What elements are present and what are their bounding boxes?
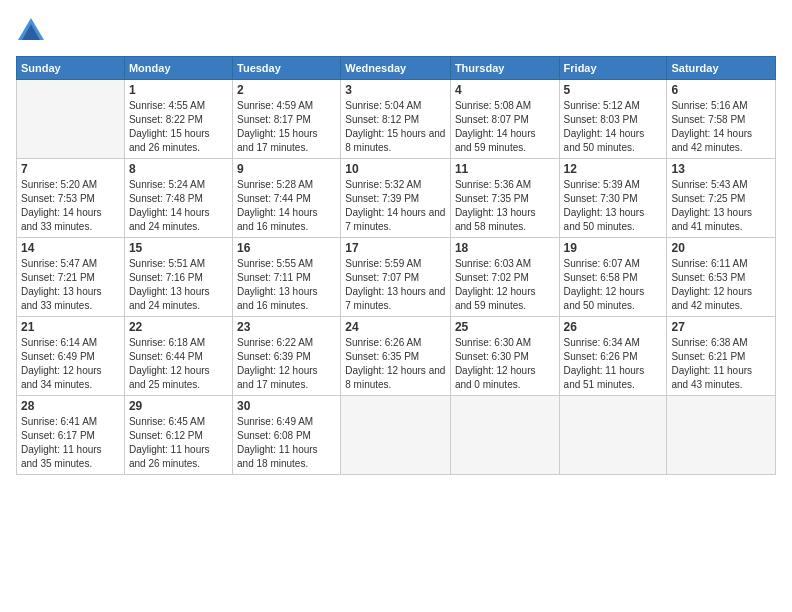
day-cell: 30Sunrise: 6:49 AMSunset: 6:08 PMDayligh…: [233, 396, 341, 475]
day-cell: 7Sunrise: 5:20 AMSunset: 7:53 PMDaylight…: [17, 159, 125, 238]
header: [16, 16, 776, 46]
day-info: Sunrise: 6:45 AMSunset: 6:12 PMDaylight:…: [129, 415, 228, 471]
day-cell: 10Sunrise: 5:32 AMSunset: 7:39 PMDayligh…: [341, 159, 451, 238]
day-cell: 2Sunrise: 4:59 AMSunset: 8:17 PMDaylight…: [233, 80, 341, 159]
day-cell: 19Sunrise: 6:07 AMSunset: 6:58 PMDayligh…: [559, 238, 667, 317]
week-row-1: 1Sunrise: 4:55 AMSunset: 8:22 PMDaylight…: [17, 80, 776, 159]
day-cell: 22Sunrise: 6:18 AMSunset: 6:44 PMDayligh…: [124, 317, 232, 396]
day-cell: 3Sunrise: 5:04 AMSunset: 8:12 PMDaylight…: [341, 80, 451, 159]
day-info: Sunrise: 6:30 AMSunset: 6:30 PMDaylight:…: [455, 336, 555, 392]
header-tuesday: Tuesday: [233, 57, 341, 80]
day-cell: [450, 396, 559, 475]
day-info: Sunrise: 5:12 AMSunset: 8:03 PMDaylight:…: [564, 99, 663, 155]
day-info: Sunrise: 6:14 AMSunset: 6:49 PMDaylight:…: [21, 336, 120, 392]
header-friday: Friday: [559, 57, 667, 80]
day-info: Sunrise: 5:59 AMSunset: 7:07 PMDaylight:…: [345, 257, 446, 313]
day-number: 20: [671, 241, 771, 255]
day-number: 17: [345, 241, 446, 255]
day-number: 28: [21, 399, 120, 413]
day-number: 22: [129, 320, 228, 334]
day-cell: 5Sunrise: 5:12 AMSunset: 8:03 PMDaylight…: [559, 80, 667, 159]
day-number: 8: [129, 162, 228, 176]
page: SundayMondayTuesdayWednesdayThursdayFrid…: [0, 0, 792, 612]
day-info: Sunrise: 6:41 AMSunset: 6:17 PMDaylight:…: [21, 415, 120, 471]
day-cell: 17Sunrise: 5:59 AMSunset: 7:07 PMDayligh…: [341, 238, 451, 317]
day-info: Sunrise: 5:36 AMSunset: 7:35 PMDaylight:…: [455, 178, 555, 234]
day-cell: 9Sunrise: 5:28 AMSunset: 7:44 PMDaylight…: [233, 159, 341, 238]
day-cell: 27Sunrise: 6:38 AMSunset: 6:21 PMDayligh…: [667, 317, 776, 396]
day-info: Sunrise: 5:43 AMSunset: 7:25 PMDaylight:…: [671, 178, 771, 234]
day-cell: [341, 396, 451, 475]
day-info: Sunrise: 6:49 AMSunset: 6:08 PMDaylight:…: [237, 415, 336, 471]
day-number: 6: [671, 83, 771, 97]
day-number: 9: [237, 162, 336, 176]
header-thursday: Thursday: [450, 57, 559, 80]
day-info: Sunrise: 5:08 AMSunset: 8:07 PMDaylight:…: [455, 99, 555, 155]
day-cell: 18Sunrise: 6:03 AMSunset: 7:02 PMDayligh…: [450, 238, 559, 317]
day-info: Sunrise: 5:28 AMSunset: 7:44 PMDaylight:…: [237, 178, 336, 234]
day-info: Sunrise: 5:24 AMSunset: 7:48 PMDaylight:…: [129, 178, 228, 234]
day-info: Sunrise: 6:18 AMSunset: 6:44 PMDaylight:…: [129, 336, 228, 392]
week-row-5: 28Sunrise: 6:41 AMSunset: 6:17 PMDayligh…: [17, 396, 776, 475]
day-cell: 28Sunrise: 6:41 AMSunset: 6:17 PMDayligh…: [17, 396, 125, 475]
calendar-header-row: SundayMondayTuesdayWednesdayThursdayFrid…: [17, 57, 776, 80]
day-info: Sunrise: 5:51 AMSunset: 7:16 PMDaylight:…: [129, 257, 228, 313]
day-number: 2: [237, 83, 336, 97]
day-number: 1: [129, 83, 228, 97]
day-cell: 4Sunrise: 5:08 AMSunset: 8:07 PMDaylight…: [450, 80, 559, 159]
day-info: Sunrise: 4:55 AMSunset: 8:22 PMDaylight:…: [129, 99, 228, 155]
calendar: SundayMondayTuesdayWednesdayThursdayFrid…: [16, 56, 776, 475]
day-cell: 26Sunrise: 6:34 AMSunset: 6:26 PMDayligh…: [559, 317, 667, 396]
day-number: 19: [564, 241, 663, 255]
day-cell: 24Sunrise: 6:26 AMSunset: 6:35 PMDayligh…: [341, 317, 451, 396]
day-cell: 29Sunrise: 6:45 AMSunset: 6:12 PMDayligh…: [124, 396, 232, 475]
day-cell: [667, 396, 776, 475]
week-row-4: 21Sunrise: 6:14 AMSunset: 6:49 PMDayligh…: [17, 317, 776, 396]
day-cell: [559, 396, 667, 475]
day-cell: 12Sunrise: 5:39 AMSunset: 7:30 PMDayligh…: [559, 159, 667, 238]
day-number: 29: [129, 399, 228, 413]
logo: [16, 16, 50, 46]
day-number: 4: [455, 83, 555, 97]
day-number: 23: [237, 320, 336, 334]
day-info: Sunrise: 5:47 AMSunset: 7:21 PMDaylight:…: [21, 257, 120, 313]
day-info: Sunrise: 6:38 AMSunset: 6:21 PMDaylight:…: [671, 336, 771, 392]
day-cell: 15Sunrise: 5:51 AMSunset: 7:16 PMDayligh…: [124, 238, 232, 317]
day-cell: 13Sunrise: 5:43 AMSunset: 7:25 PMDayligh…: [667, 159, 776, 238]
day-info: Sunrise: 6:34 AMSunset: 6:26 PMDaylight:…: [564, 336, 663, 392]
day-cell: 21Sunrise: 6:14 AMSunset: 6:49 PMDayligh…: [17, 317, 125, 396]
day-info: Sunrise: 5:32 AMSunset: 7:39 PMDaylight:…: [345, 178, 446, 234]
day-cell: [17, 80, 125, 159]
day-info: Sunrise: 5:55 AMSunset: 7:11 PMDaylight:…: [237, 257, 336, 313]
day-number: 21: [21, 320, 120, 334]
day-info: Sunrise: 6:07 AMSunset: 6:58 PMDaylight:…: [564, 257, 663, 313]
header-monday: Monday: [124, 57, 232, 80]
day-number: 13: [671, 162, 771, 176]
header-wednesday: Wednesday: [341, 57, 451, 80]
day-info: Sunrise: 6:03 AMSunset: 7:02 PMDaylight:…: [455, 257, 555, 313]
day-cell: 20Sunrise: 6:11 AMSunset: 6:53 PMDayligh…: [667, 238, 776, 317]
day-number: 10: [345, 162, 446, 176]
day-info: Sunrise: 6:11 AMSunset: 6:53 PMDaylight:…: [671, 257, 771, 313]
day-number: 11: [455, 162, 555, 176]
day-info: Sunrise: 5:04 AMSunset: 8:12 PMDaylight:…: [345, 99, 446, 155]
day-info: Sunrise: 6:26 AMSunset: 6:35 PMDaylight:…: [345, 336, 446, 392]
day-info: Sunrise: 5:16 AMSunset: 7:58 PMDaylight:…: [671, 99, 771, 155]
day-cell: 1Sunrise: 4:55 AMSunset: 8:22 PMDaylight…: [124, 80, 232, 159]
week-row-3: 14Sunrise: 5:47 AMSunset: 7:21 PMDayligh…: [17, 238, 776, 317]
day-number: 3: [345, 83, 446, 97]
day-number: 24: [345, 320, 446, 334]
day-cell: 11Sunrise: 5:36 AMSunset: 7:35 PMDayligh…: [450, 159, 559, 238]
day-number: 30: [237, 399, 336, 413]
day-cell: 23Sunrise: 6:22 AMSunset: 6:39 PMDayligh…: [233, 317, 341, 396]
day-number: 14: [21, 241, 120, 255]
day-number: 16: [237, 241, 336, 255]
week-row-2: 7Sunrise: 5:20 AMSunset: 7:53 PMDaylight…: [17, 159, 776, 238]
day-info: Sunrise: 4:59 AMSunset: 8:17 PMDaylight:…: [237, 99, 336, 155]
header-saturday: Saturday: [667, 57, 776, 80]
day-info: Sunrise: 6:22 AMSunset: 6:39 PMDaylight:…: [237, 336, 336, 392]
day-cell: 16Sunrise: 5:55 AMSunset: 7:11 PMDayligh…: [233, 238, 341, 317]
day-number: 15: [129, 241, 228, 255]
day-cell: 8Sunrise: 5:24 AMSunset: 7:48 PMDaylight…: [124, 159, 232, 238]
day-number: 7: [21, 162, 120, 176]
